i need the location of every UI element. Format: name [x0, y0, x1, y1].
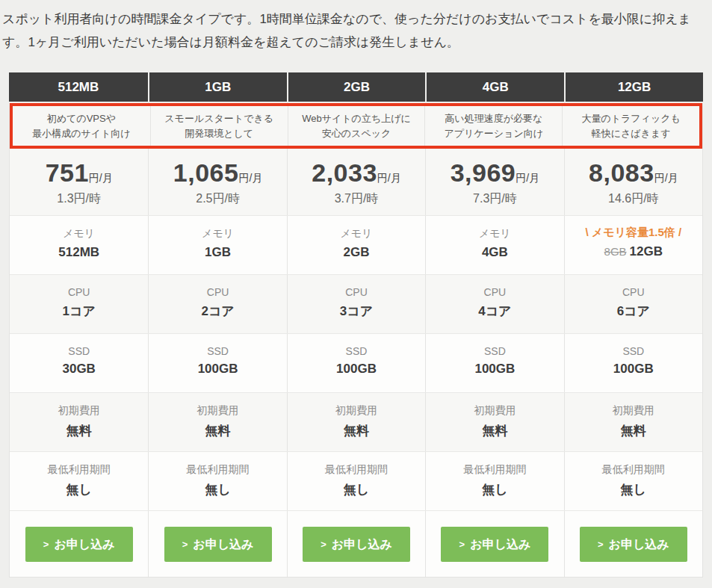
plan-header-row: 512MB 1GB 2GB 4GB 12GB — [9, 72, 703, 102]
cpu-cell: CPU 2コア — [148, 275, 286, 333]
ssd-cell: SSD 30GB — [10, 334, 148, 392]
plan-description: 初めてのVPSや 最小構成のサイト向け — [13, 106, 150, 146]
min-period-cell: 最低利用期間 無し — [148, 452, 286, 510]
cpu-cell: CPU 6コア — [564, 275, 702, 333]
min-period-cell: 最低利用期間 無し — [287, 452, 425, 510]
apply-button-12gb[interactable]: >お申し込み — [580, 527, 687, 562]
memory-cell: メモリ 1GB — [148, 216, 286, 274]
plan-header-2gb: 2GB — [287, 72, 426, 102]
plan-price: 751円/月 1.3円/時 — [10, 149, 148, 215]
apply-cell: >お申し込み — [564, 511, 702, 577]
pricing-table: 512MB 1GB 2GB 4GB 12GB 初めてのVPSや 最小構成のサイト… — [9, 72, 703, 578]
cpu-cell: CPU 3コア — [287, 275, 425, 333]
plan-price: 2,033円/月 3.7円/時 — [287, 149, 425, 215]
plan-description: 高い処理速度が必要な アプリケーション向け — [424, 106, 562, 146]
apply-cell: >お申し込み — [10, 511, 148, 577]
apply-button-512mb[interactable]: >お申し込み — [25, 527, 133, 562]
min-period-cell: 最低利用期間 無し — [425, 452, 563, 510]
plan-description: 大量のトラフィックも 軽快にさばきます — [562, 106, 699, 146]
cpu-cell: CPU 4コア — [425, 275, 563, 333]
apply-button-4gb[interactable]: >お申し込み — [441, 527, 548, 562]
plan-header-1gb: 1GB — [148, 72, 287, 102]
plan-price-row: 751円/月 1.3円/時 1,065円/月 2.5円/時 2,033円/月 3… — [10, 149, 702, 215]
memory-old-value: 8GB — [604, 245, 627, 258]
ssd-cell: SSD 100GB — [148, 334, 286, 392]
plan-description: Webサイトの立ち上げに 安心のスペック — [288, 106, 425, 146]
memory-new-value: 12GB — [630, 244, 663, 259]
ssd-cell: SSD 100GB — [425, 334, 563, 392]
chevron-right-icon: > — [598, 539, 604, 550]
plan-description: スモールスタートできる 開発環境として — [150, 106, 288, 146]
memory-cell: メモリ 512MB — [10, 216, 148, 274]
plan-price: 3,969円/月 7.3円/時 — [425, 149, 563, 215]
plan-header-512mb: 512MB — [9, 72, 148, 102]
apply-button-2gb[interactable]: >お申し込み — [303, 527, 410, 562]
plan-description-row: 初めてのVPSや 最小構成のサイト向け スモールスタートできる 開発環境として … — [10, 103, 702, 149]
apply-cell: >お申し込み — [287, 511, 425, 577]
chevron-right-icon: > — [182, 539, 188, 550]
plan-price: 8,083円/月 14.6円/時 — [564, 149, 702, 215]
apply-button-1gb[interactable]: >お申し込み — [164, 527, 272, 562]
memory-cell: メモリ 2GB — [287, 216, 425, 274]
memory-cell: メモリ 4GB — [425, 216, 563, 274]
initial-fee-row: 初期費用 無料 初期費用 無料 初期費用 無料 初期費用 無料 初期費用 無料 — [10, 392, 702, 451]
chevron-right-icon: > — [459, 539, 465, 550]
min-period-cell: 最低利用期間 無し — [10, 452, 148, 510]
ssd-row: SSD 30GB SSD 100GB SSD 100GB SSD 100GB S… — [10, 333, 702, 392]
ssd-cell: SSD 100GB — [287, 334, 425, 392]
initial-fee-cell: 初期費用 無料 — [564, 393, 702, 451]
apply-cell: >お申し込み — [148, 511, 286, 577]
plan-price: 1,065円/月 2.5円/時 — [148, 149, 286, 215]
cpu-row: CPU 1コア CPU 2コア CPU 3コア CPU 4コア CPU 6コア — [10, 274, 702, 333]
initial-fee-cell: 初期費用 無料 — [425, 393, 563, 451]
pricing-table-body: 初めてのVPSや 最小構成のサイト向け スモールスタートできる 開発環境として … — [9, 103, 703, 578]
chevron-right-icon: > — [43, 539, 49, 550]
chevron-right-icon: > — [321, 539, 326, 550]
memory-promo-badge: \ メモリ容量1.5倍 / — [565, 226, 702, 240]
initial-fee-cell: 初期費用 無料 — [10, 393, 148, 451]
min-period-row: 最低利用期間 無し 最低利用期間 無し 最低利用期間 無し 最低利用期間 無し … — [10, 451, 702, 510]
plan-header-12gb: 12GB — [564, 72, 703, 102]
intro-text: スポット利用者向けの時間課金タイプです。1時間単位課金なので、使った分だけのお支… — [0, 0, 711, 54]
apply-button-row: >お申し込み >お申し込み >お申し込み >お申し込み >お申し込み — [10, 510, 702, 577]
apply-cell: >お申し込み — [425, 511, 563, 577]
initial-fee-cell: 初期費用 無料 — [287, 393, 425, 451]
memory-cell-promo: \ メモリ容量1.5倍 / 8GB12GB — [564, 216, 702, 274]
initial-fee-cell: 初期費用 無料 — [148, 393, 286, 451]
ssd-cell: SSD 100GB — [564, 334, 702, 392]
min-period-cell: 最低利用期間 無し — [564, 452, 702, 510]
plan-header-4gb: 4GB — [425, 72, 564, 102]
memory-row: メモリ 512MB メモリ 1GB メモリ 2GB メモリ 4GB \ メモリ容… — [10, 215, 702, 274]
cpu-cell: CPU 1コア — [10, 275, 148, 333]
